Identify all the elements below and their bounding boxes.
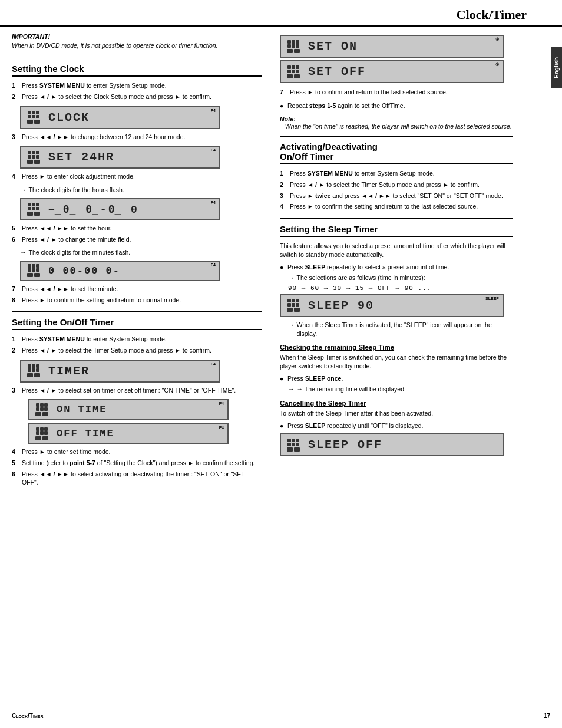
repeat-steps-bullet: ● Repeat steps 1-5 again to set the OffT… — [280, 101, 513, 110]
clock-steps-2: 3 Press ◄◄ / ►► to change between 12 and… — [12, 133, 262, 141]
clock-step-8: 8 Press ► to confirm the setting and ret… — [12, 296, 262, 305]
sleep-off-lcd: SLEEP OFF — [306, 437, 385, 453]
display-icons-4 — [25, 264, 42, 277]
act-step-4: 4 Press ► to confirm the setting and ret… — [280, 202, 513, 211]
clock-display-1: F4 CLOCK — [20, 106, 220, 129]
clock-step-4: 4 Press ► to enter clock adjustment mode… — [12, 172, 262, 181]
set-on-lcd: SET ON — [306, 38, 360, 54]
onoff-displays: F4 — [20, 399, 262, 444]
footer-left: Clock/Timer — [12, 713, 43, 719]
clock-step-1: 1 Press SYSTEM MENU to enter System Setu… — [12, 81, 262, 90]
onoff-step-6: 6 Press ◄◄ / ►► to select activating or … — [12, 470, 262, 487]
cancelling-sleep-bullet: ● Press SLEEP repeatedly until "OFF" is … — [280, 421, 513, 430]
timer-display: F4 TIMER — [20, 360, 220, 383]
onoff-step-5: 5 Set time (refer to point 5-7 of "Setti… — [12, 459, 262, 467]
footer-right: 17 — [544, 713, 550, 719]
page-title: Clock/Timer — [0, 0, 562, 27]
clock-display-3: F4 ~̲0̲ 0̲-0̲ 0 — [20, 198, 220, 220]
clock-step-7: 7 Press ◄◄ / ►► to set the minute. — [12, 285, 262, 294]
on-time-display: F4 — [28, 399, 229, 420]
clock-arrow-hours: → The clock digits for the hours flash. — [20, 186, 262, 195]
set-off-lcd: SET OFF — [306, 64, 368, 80]
sleep-timer-intro: This feature allows you to select a pres… — [280, 242, 513, 259]
sleep-display: SLEEP SLEEP 90 — [280, 294, 504, 317]
sleep-lcd: SLEEP 90 — [306, 298, 376, 314]
onoff-steps-3: 4 Press ► to enter set time mode. 5 Set … — [12, 447, 262, 487]
checking-sleep-intro: When the Sleep Timer is switched on, you… — [280, 353, 513, 370]
onoff-steps-2: 3 Press ◄ / ► to select set on timer or … — [12, 386, 262, 395]
activating-heading: Activating/DeactivatingOn/Off Timer — [280, 141, 513, 164]
checking-sleep-bullet: ● Press SLEEP once. — [280, 374, 513, 383]
set-off-display: ② SET OFF — [280, 60, 504, 83]
timer-lcd: TIMER — [46, 363, 92, 379]
section-divider-1 — [12, 311, 262, 312]
clock-lcd-1: CLOCK — [46, 110, 92, 126]
sleep-timer-heading: Setting the Sleep Timer — [280, 224, 513, 237]
act-step-1: 1 Press SYSTEM MENU to enter System Setu… — [280, 169, 513, 178]
clock-display-4: F4 0 00-00 0- — [20, 261, 220, 281]
sleep-bullet-1: ● Press SLEEP repeatedly to select a pre… — [280, 263, 513, 272]
section-divider-3 — [280, 218, 513, 219]
onoff-step-1: 1 Press SYSTEM MENU to enter System Setu… — [12, 335, 262, 344]
sleep-timer-section: Setting the Sleep Timer This feature all… — [280, 224, 513, 456]
clock-step-3: 3 Press ◄◄ / ►► to change between 12 and… — [12, 133, 262, 141]
english-tab: English — [551, 47, 562, 88]
clock-steps-3: 4 Press ► to enter clock adjustment mode… — [12, 172, 262, 181]
clock-lcd-2: SET 24HR — [46, 149, 117, 165]
sleep-off-display: SLEEP OFF — [280, 433, 504, 456]
activating-steps: 1 Press SYSTEM MENU to enter System Setu… — [280, 169, 513, 211]
onoff-steps: 1 Press SYSTEM MENU to enter System Setu… — [12, 335, 262, 354]
page-footer: Clock/Timer 17 — [0, 709, 562, 719]
clock-lcd-3: ~̲0̲ 0̲-0̲ 0 — [46, 202, 141, 217]
checking-sleep-heading: Checking the remaining Sleep Time — [280, 344, 513, 351]
clock-step-2: 2 Press ◄ / ► to select the Clock Setup … — [12, 93, 262, 101]
onoff-step-4: 4 Press ► to enter set time mode. — [12, 447, 262, 456]
act-step-2: 2 Press ◄ / ► to select the Timer Setup … — [280, 180, 513, 189]
onoff-step-3: 3 Press ◄ / ► to select set on timer or … — [12, 386, 262, 395]
onoff-step-2: 2 Press ◄ / ► to select the Timer Setup … — [12, 346, 262, 355]
checking-sleep-arrow: → → The remaining time will be displayed… — [288, 385, 513, 394]
cancelling-sleep-intro: To switch off the Sleep Timer after it h… — [280, 409, 513, 418]
clock-lcd-4: 0 00-00 0- — [46, 264, 123, 278]
setting-onoff-section: Setting the On/Off Timer 1 Press SYSTEM … — [12, 317, 262, 487]
sleep-arrow-2: → When the Sleep Timer is activated, the… — [288, 321, 513, 338]
timer-icons — [25, 364, 42, 377]
icon-dots-4 — [28, 264, 39, 272]
important-notice: IMPORTANT! When in DVD/CD mode, it is no… — [12, 32, 262, 55]
display-icons-2 — [25, 151, 42, 164]
set-on-displays: ② SET ON — [280, 35, 513, 83]
off-time-display: F4 — [28, 423, 229, 444]
display-icons — [25, 111, 42, 124]
clock-steps-4: 5 Press ◄◄ / ►► to set the hour. 6 Press… — [12, 224, 262, 243]
clock-step-6: 6 Press ◄ / ► to change the minute field… — [12, 235, 262, 244]
notice-text: When in DVD/CD mode, it is not possible … — [12, 42, 218, 49]
clock-steps-list: 1 Press SYSTEM MENU to enter System Setu… — [12, 81, 262, 101]
display-icons-3 — [25, 203, 42, 216]
sleep-arrow-1: → The selections are as follows (time in… — [288, 274, 513, 282]
onoff-step-7: 7 Press ► to confirm and return to the l… — [280, 88, 513, 97]
clock-step-5: 5 Press ◄◄ / ►► to set the hour. — [12, 224, 262, 233]
note-section: Note: – When the "on time" is reached, t… — [280, 116, 513, 130]
icon-dots-3 — [28, 203, 39, 210]
set-on-display: ② SET ON — [280, 35, 504, 58]
icon-dots-2 — [28, 151, 39, 159]
onoff-right-steps: 7 Press ► to confirm and return to the l… — [280, 88, 513, 97]
clock-arrow-minutes: → The clock digits for the minutes flash… — [20, 248, 262, 257]
clock-steps-5: 7 Press ◄◄ / ►► to set the minute. 8 Pre… — [12, 285, 262, 304]
on-time-lcd: ON TIME — [54, 403, 109, 416]
setting-onoff-heading: Setting the On/Off Timer — [12, 317, 262, 330]
act-step-3: 3 Press ► twice and press ◄◄ / ►► to sel… — [280, 192, 513, 200]
setting-clock-heading: Setting the Clock — [12, 64, 262, 77]
setting-clock-section: Setting the Clock 1 Press SYSTEM MENU to… — [12, 64, 262, 304]
off-time-lcd: OFF TIME — [54, 427, 117, 440]
cancelling-sleep-heading: Cancelling the Sleep Timer — [280, 400, 513, 407]
icon-dots — [28, 111, 39, 118]
sleep-sequence: 90 → 60 → 30 → 15 → OFF → 90 ... — [288, 285, 513, 292]
important-label: IMPORTANT! — [12, 33, 50, 40]
clock-display-2: F4 SET 24HR — [20, 146, 220, 169]
section-divider-2 — [280, 136, 513, 137]
activating-section: Activating/DeactivatingOn/Off Timer 1 Pr… — [280, 141, 513, 211]
